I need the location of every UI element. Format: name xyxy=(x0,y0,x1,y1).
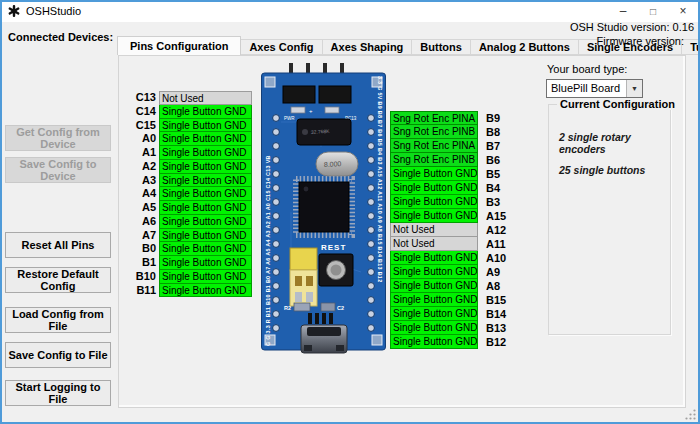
pin-assignment[interactable]: Single Button GND xyxy=(390,279,478,293)
pin-row: C13 Not Used xyxy=(128,91,252,105)
silk-c2-label: C2 xyxy=(337,305,344,311)
pin-assignment[interactable]: Single Button GND xyxy=(390,293,478,307)
configuration-summary-line: 25 single buttons xyxy=(559,164,670,176)
bluepill-board-image: G G 3.3 R B11 B10 B1 B0 A7 A6 A5 A4 A3 A… xyxy=(261,62,386,356)
pin-row: Single Button GND A8 xyxy=(390,279,522,293)
pin-assignment[interactable]: Not Used xyxy=(159,91,252,105)
pin-assignment[interactable]: Single Button GND xyxy=(159,270,252,284)
close-button[interactable]: × xyxy=(668,0,698,22)
sidebar: Get Config from Device Save Config to De… xyxy=(5,0,111,424)
tab-axes-shaping[interactable]: Axes Shaping xyxy=(322,39,413,55)
pin-assignment[interactable]: Single Button GND xyxy=(159,146,252,160)
board-right-edge-labels: 3.3 G 5V B9 B8 B7 B6 B5 B4 B3 A15 A12 A1… xyxy=(377,76,383,282)
save-config-to-device-button[interactable]: Save Config to Device xyxy=(5,157,111,183)
pin-label: B15 xyxy=(486,293,506,307)
pin-assignment[interactable]: Single Button GND xyxy=(390,321,478,335)
pin-label: B6 xyxy=(486,153,500,167)
oshstudio-window: OSHStudio – □ × Connected Devices: OSH S… xyxy=(0,0,700,424)
pin-row: Sng Rot Enc PINA 1/1 B7 xyxy=(390,139,522,153)
pin-label: A4 xyxy=(128,187,156,201)
pin-row: A0 Single Button GND xyxy=(128,132,252,146)
pin-row: Single Button GND A10 xyxy=(390,251,522,265)
start-logging-to-file-button[interactable]: Start Logging to File xyxy=(5,380,111,406)
pin-assignment[interactable]: Single Button GND xyxy=(390,195,478,209)
pin-row: A2 Single Button GND xyxy=(128,160,252,174)
silk-r2-label: R2 xyxy=(284,305,291,311)
pin-assignment[interactable]: Single Button GND xyxy=(390,251,478,265)
pin-label: A10 xyxy=(486,251,506,265)
pin-assignment[interactable]: Single Button GND xyxy=(159,215,252,229)
pin-assignment[interactable]: Single Button GND xyxy=(390,181,478,195)
pin-row: Single Button GND B4 xyxy=(390,181,522,195)
pin-assignment[interactable]: Sng Rot Enc PINA 1/1 xyxy=(390,111,478,125)
pin-row: B10 Single Button GND xyxy=(128,270,252,284)
pin-label: A2 xyxy=(128,160,156,174)
tab-buttons[interactable]: Buttons xyxy=(411,39,471,55)
pin-assignment[interactable]: Single Button GND xyxy=(159,160,252,174)
configuration-summary: 2 single rotary encoders 25 single butto… xyxy=(549,105,670,176)
pin-row: Single Button GND A15 xyxy=(390,209,522,223)
crystal-marking: 8.000 xyxy=(324,160,342,168)
pin-assignment[interactable]: Sng Rot Enc PINA 1/1 xyxy=(390,139,478,153)
current-configuration-group: Current Configuration 2 single rotary en… xyxy=(548,104,671,335)
pin-assignment[interactable]: Sng Rot Enc PINB 1/1 xyxy=(390,153,478,167)
pin-label: B14 xyxy=(486,307,506,321)
svg-text:+: + xyxy=(309,108,313,114)
load-config-from-file-button[interactable]: Load Config from File xyxy=(5,307,111,333)
pin-assignment[interactable]: Single Button GND xyxy=(390,307,478,321)
pin-row: A4 Single Button GND xyxy=(128,187,252,201)
pin-row: A1 Single Button GND xyxy=(128,146,252,160)
pin-assignment[interactable]: Single Button GND xyxy=(390,265,478,279)
minimize-button[interactable]: – xyxy=(608,0,638,22)
pin-assignment[interactable]: Single Button GND xyxy=(159,242,252,256)
pin-assignment[interactable]: Single Button GND xyxy=(159,201,252,215)
pin-row: Sng Rot Enc PINB 1/1 B6 xyxy=(390,153,522,167)
save-config-to-file-button[interactable]: Save Config to File xyxy=(5,342,111,368)
pin-row: A3 Single Button GND xyxy=(128,174,252,188)
pin-assignment[interactable]: Single Button GND xyxy=(159,105,252,119)
pin-row: B11 Single Button GND xyxy=(128,284,252,298)
board-left-edge-labels: G G 3.3 R B11 B10 B1 B0 A7 A6 A5 A4 A3 A… xyxy=(265,155,271,346)
pin-label: C14 xyxy=(128,105,156,119)
maximize-button[interactable]: □ xyxy=(638,0,668,22)
pin-assignment[interactable]: Single Button GND xyxy=(159,284,252,298)
pin-assignment[interactable]: Single Button GND xyxy=(159,132,252,146)
pin-assignment[interactable]: Single Button GND xyxy=(159,187,252,201)
pin-row: Sng Rot Enc PINB 1/1 B8 xyxy=(390,125,522,139)
pin-label: B7 xyxy=(486,139,500,153)
pin-label: A11 xyxy=(486,237,506,251)
pin-assignment[interactable]: Sng Rot Enc PINB 1/1 xyxy=(390,125,478,139)
pin-label: B8 xyxy=(486,125,500,139)
silk-pwr-label: PWR xyxy=(284,116,295,121)
resize-grip[interactable] xyxy=(684,408,696,420)
pin-label: B11 xyxy=(128,284,156,298)
pin-label: A9 xyxy=(486,265,500,279)
pin-assignment[interactable]: Single Button GND xyxy=(390,335,478,349)
pin-label: C15 xyxy=(128,119,156,133)
tab-pins-configuration[interactable]: Pins Configuration xyxy=(117,36,241,55)
pin-label: B10 xyxy=(128,270,156,284)
pin-assignment[interactable]: Not Used xyxy=(390,223,478,237)
pin-row: Single Button GND B12 xyxy=(390,335,522,349)
tab-axes-config[interactable]: Axes Config xyxy=(240,39,322,55)
pin-assignment[interactable]: Single Button GND xyxy=(390,209,478,223)
restore-default-config-button[interactable]: Restore Default Config xyxy=(5,267,111,293)
pin-assignment[interactable]: Not Used xyxy=(390,237,478,251)
pin-label: B0 xyxy=(128,242,156,256)
pin-assignment[interactable]: Single Button GND xyxy=(390,167,478,181)
board-type-value: BluePill Board xyxy=(547,80,626,97)
get-config-from-device-button[interactable]: Get Config from Device xyxy=(5,125,111,151)
pin-assignment[interactable]: Single Button GND xyxy=(159,229,252,243)
pin-row: A6 Single Button GND xyxy=(128,215,252,229)
pin-row: C15 Single Button GND xyxy=(128,119,252,133)
reset-silk-label: REST xyxy=(321,243,346,252)
pin-assignment[interactable]: Single Button GND xyxy=(159,174,252,188)
pin-assignment[interactable]: Single Button GND xyxy=(159,256,252,270)
chevron-down-icon[interactable]: ▼ xyxy=(626,80,642,97)
left-pins-list: C13 Not Used C14 Single Button GND C15 S… xyxy=(128,91,252,297)
tab-analog-2-buttons[interactable]: Analog 2 Buttons xyxy=(470,39,579,55)
reset-all-pins-button[interactable]: Reset All Pins xyxy=(5,232,111,258)
pin-label: B12 xyxy=(486,335,506,349)
pin-assignment[interactable]: Single Button GND xyxy=(159,119,252,133)
board-type-select[interactable]: BluePill Board ▼ xyxy=(546,79,643,98)
